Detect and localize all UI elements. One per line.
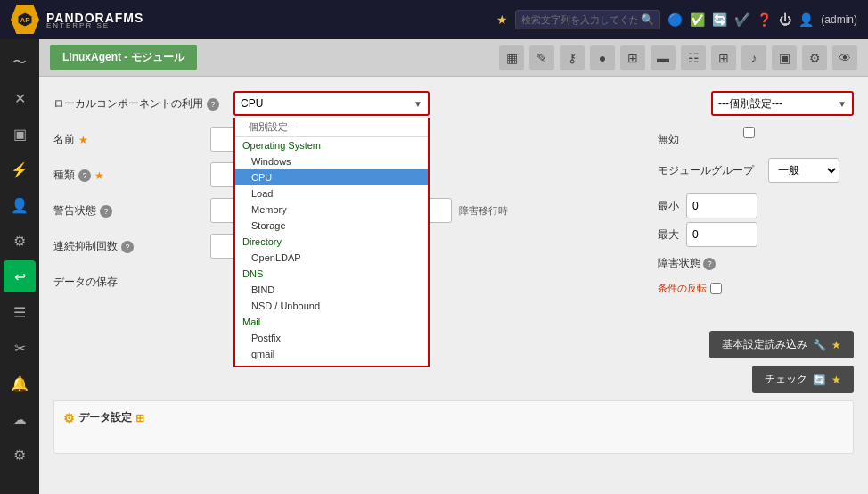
alert-label: 警告状態 ? — [53, 198, 196, 218]
module-group-label: モジュールグループ — [658, 158, 754, 178]
dropdown-item-dns[interactable]: DNS — [235, 266, 428, 282]
component-dropdown-value: CPU — [241, 97, 263, 110]
bottom-buttons-area: 基本設定読み込み 🔧 ★ チェック 🔄 ★ — [658, 331, 854, 393]
logo-text-group: PANDORAFMS ENTERPRISE — [46, 11, 143, 29]
condition-checkbox[interactable] — [710, 283, 722, 294]
dropdown-item-windows[interactable]: Windows — [235, 153, 428, 169]
top-navigation: AP PANDORAFMS ENTERPRISE ★ 🔍 🔵 ✅ 🔄 ✔️ ❓ … — [0, 0, 868, 39]
dropdown-item-nsd[interactable]: NSD / Unbound — [235, 298, 428, 314]
dropdown-item-mail[interactable]: Mail — [235, 314, 428, 330]
dropdown-item-qmail[interactable]: qmail — [235, 346, 428, 362]
sidebar-item-wave[interactable]: 〜 — [4, 46, 36, 78]
disable-checkbox[interactable] — [743, 127, 755, 138]
data-setting-icon: ⚙ — [63, 411, 75, 425]
favorite-star-icon[interactable]: ★ — [496, 12, 508, 27]
component-dropdown[interactable]: CPU ▼ — [233, 91, 430, 116]
alert-help-icon[interactable]: ? — [100, 205, 112, 218]
local-component-controls: CPU ▼ --個別設定-- Operating System Windows … — [233, 91, 854, 116]
sidebar-item-menu[interactable]: ☰ — [4, 296, 36, 328]
toolbar-icon-folder[interactable]: ▬ — [651, 45, 676, 70]
data-setting-star: ⊞ — [135, 412, 144, 424]
sidebar-item-cross[interactable]: ✕ — [4, 82, 36, 114]
sidebar-item-user[interactable]: 👤 — [4, 189, 36, 221]
name-required-star: ★ — [78, 134, 88, 146]
data-setting-section: ⚙ データ設定 ⊞ — [53, 400, 854, 454]
dropdown-item-bind[interactable]: BIND — [235, 282, 428, 298]
local-component-row: ローカルコンポーネントの利用 ? CPU ▼ --個別設定-- Operatin… — [53, 91, 854, 116]
toolbar-icon-chart[interactable]: ▣ — [772, 45, 797, 70]
right-column: 無効 モジュールグループ 一般 最小 — [658, 127, 854, 393]
check-circle-icon[interactable]: ✅ — [690, 12, 705, 27]
logo-icon: AP — [11, 5, 39, 34]
toolbar-icon-key[interactable]: ⚷ — [560, 45, 585, 70]
sidebar-item-settings[interactable]: ⚙ — [4, 439, 36, 471]
degrade-row: 障害状態 ? — [658, 251, 854, 271]
sidebar-item-chart[interactable]: ▣ — [4, 118, 36, 150]
module-group-select[interactable]: 一般 — [768, 158, 839, 183]
condition-label: 条件の反転 — [658, 282, 707, 295]
refresh-icon[interactable]: 🔄 — [712, 12, 727, 27]
dropdown-item-separator[interactable]: --個別設定-- — [235, 118, 428, 137]
help-circle-icon[interactable]: 🔵 — [667, 12, 683, 27]
check-button[interactable]: チェック 🔄 ★ — [752, 366, 854, 393]
toolbar-icon-bell[interactable]: ♪ — [741, 45, 766, 70]
sidebar-item-bell[interactable]: 🔔 — [4, 367, 36, 399]
component-dropdown-list: --個別設定-- Operating System Windows CPU Lo… — [233, 118, 430, 367]
toolbar-icon-edit[interactable]: ✎ — [529, 45, 554, 70]
sidebar-item-return[interactable]: ↩ — [4, 260, 36, 292]
max-input[interactable] — [686, 222, 757, 247]
local-component-help-icon[interactable]: ? — [207, 98, 219, 111]
svg-text:AP: AP — [20, 16, 30, 24]
search-box[interactable]: 🔍 — [515, 10, 660, 29]
dropdown-item-directory[interactable]: Directory — [235, 234, 428, 250]
dropdown-item-cpu[interactable]: CPU — [235, 169, 428, 185]
toolbar-icon-dot[interactable]: ● — [590, 45, 615, 70]
dropdown-item-memory[interactable]: Memory — [235, 202, 428, 218]
data-setting-title: ⚙ データ設定 ⊞ — [63, 410, 844, 425]
individual-dropdown-value: ---個別設定--- — [718, 96, 782, 111]
logo-area: AP PANDORAFMS ENTERPRISE — [11, 5, 143, 34]
toolbar-icon-eye[interactable]: 👁 — [832, 45, 857, 70]
component-dropdown-container: CPU ▼ --個別設定-- Operating System Windows … — [233, 91, 430, 116]
search-icon[interactable]: 🔍 — [641, 13, 654, 26]
individual-dropdown-arrow: ▼ — [838, 99, 847, 109]
dropdown-item-exchange[interactable]: Microsoft Exchange — [235, 362, 428, 367]
degrade-help-icon[interactable]: ? — [703, 258, 716, 270]
question-icon[interactable]: ❓ — [757, 12, 772, 27]
alert-recover-label: 障害移行時 — [459, 204, 508, 218]
user-icon[interactable]: 👤 — [798, 12, 814, 27]
toolbar-icon-network[interactable]: ⊞ — [620, 45, 645, 70]
basic-load-button-label: 基本設定読み込み — [722, 337, 807, 352]
basic-load-button[interactable]: 基本設定読み込み 🔧 ★ — [709, 331, 854, 358]
green-check-icon[interactable]: ✔️ — [734, 12, 749, 27]
form-area: ローカルコンポーネントの利用 ? CPU ▼ --個別設定-- Operatin… — [39, 77, 868, 494]
type-label: 種類 ? ★ — [53, 162, 196, 183]
type-help-icon[interactable]: ? — [78, 169, 91, 182]
content-area: LinuxAgent - モジュール ▦ ✎ ⚷ ● ⊞ ▬ ☷ ⊞ ♪ ▣ ⚙… — [39, 39, 868, 494]
module-group-row: モジュールグループ 一般 — [658, 158, 854, 183]
dropdown-item-postfix[interactable]: Postfix — [235, 330, 428, 346]
sidebar-item-gear[interactable]: ⚙ — [4, 225, 36, 257]
sidebar-item-bolt[interactable]: ⚡ — [4, 153, 36, 185]
toolbar-icon-gear[interactable]: ⚙ — [802, 45, 827, 70]
power-icon[interactable]: ⏻ — [779, 12, 791, 27]
dropdown-item-os[interactable]: Operating System — [235, 137, 428, 153]
datasave-label: データの保存 — [53, 269, 196, 290]
individual-dropdown[interactable]: ---個別設定--- ▼ — [711, 91, 854, 116]
dropdown-item-load[interactable]: Load — [235, 185, 428, 202]
dropdown-item-openldap[interactable]: OpenLDAP — [235, 250, 428, 266]
basic-load-star-icon: ★ — [831, 339, 841, 351]
search-input[interactable] — [521, 14, 637, 25]
max-label: 最大 — [658, 227, 679, 243]
min-input[interactable] — [686, 193, 757, 218]
toolbar-icon-grid[interactable]: ▦ — [499, 45, 524, 70]
dropdown-item-storage[interactable]: Storage — [235, 218, 428, 234]
refresh-icon: 🔄 — [813, 374, 826, 386]
check-button-label: チェック — [765, 372, 807, 387]
toolbar-icon-puzzle[interactable]: ☷ — [681, 45, 706, 70]
sidebar-item-cloud[interactable]: ☁ — [4, 403, 36, 435]
toolbar-icon-box[interactable]: ⊞ — [711, 45, 736, 70]
component-dropdown-arrow: ▼ — [414, 99, 422, 109]
sidebar-item-scissors[interactable]: ✂ — [4, 332, 36, 364]
throttle-help-icon[interactable]: ? — [121, 241, 134, 253]
